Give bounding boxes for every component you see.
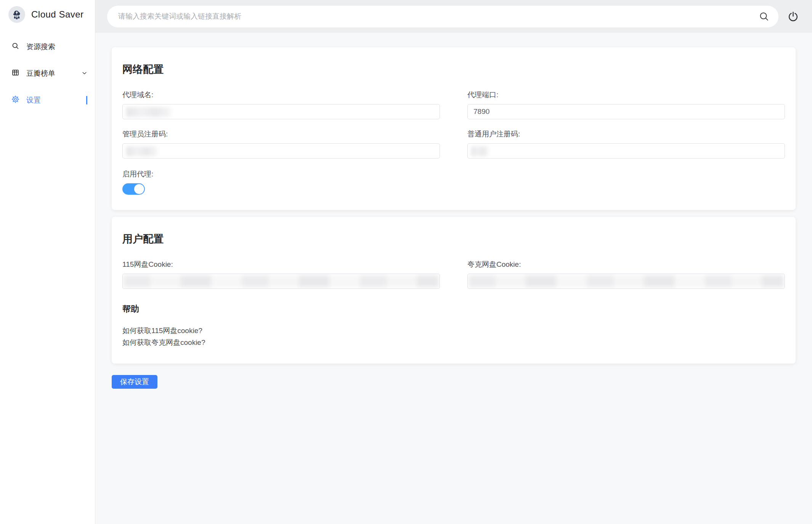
user-config-card: 用户配置 115网盘Cookie: 夸克网盘Cookie: <box>112 217 796 364</box>
proxy-port-field: 代理端口: <box>467 90 785 119</box>
user-code-input[interactable] <box>467 143 785 159</box>
enable-proxy-label: 启用代理: <box>122 169 785 179</box>
network-config-card: 网络配置 代理域名: 代理端口: 管 <box>112 47 796 210</box>
text-cursor <box>86 96 87 104</box>
admin-code-input[interactable] <box>122 143 440 159</box>
network-config-title: 网络配置 <box>122 62 785 76</box>
sidebar-item-label: 设置 <box>26 95 79 105</box>
search-submit-icon[interactable] <box>759 11 769 23</box>
power-logout-button[interactable] <box>783 6 803 26</box>
redacted-value <box>469 275 784 287</box>
cookie-quark-input[interactable] <box>467 274 785 289</box>
cloud-saver-logo-icon <box>8 6 25 23</box>
user-code-label: 普通用户注册码: <box>467 129 785 139</box>
cookie-115-label: 115网盘Cookie: <box>122 260 440 269</box>
help-title: 帮助 <box>122 303 785 315</box>
redacted-value <box>124 275 439 287</box>
search-input[interactable] <box>107 6 778 27</box>
cookie-115-input[interactable] <box>122 274 440 289</box>
top-bar <box>95 0 812 33</box>
save-settings-button[interactable]: 保存设置 <box>112 375 157 389</box>
cookie-115-field: 115网盘Cookie: <box>122 260 440 289</box>
proxy-port-input[interactable] <box>468 104 785 119</box>
redacted-value <box>126 107 171 117</box>
sidebar-item-label: 豆瓣榜单 <box>26 69 75 79</box>
toggle-knob <box>134 184 144 194</box>
redacted-value <box>126 146 157 156</box>
sidebar-item-label: 资源搜索 <box>26 42 87 52</box>
grid-icon <box>11 69 19 79</box>
app-logo-row: Cloud Saver <box>0 0 95 28</box>
app-window: Cloud Saver 资源搜索 豆瓣榜单 <box>0 0 812 524</box>
cookie-quark-label: 夸克网盘Cookie: <box>467 260 785 269</box>
sidebar-item-resource-search[interactable]: 资源搜索 <box>0 37 95 56</box>
user-config-title: 用户配置 <box>122 232 785 246</box>
app-title: Cloud Saver <box>31 9 84 20</box>
sidebar-nav: 资源搜索 豆瓣榜单 <box>0 28 95 110</box>
admin-code-field: 管理员注册码: <box>122 129 440 159</box>
help-link-115-cookie[interactable]: 如何获取115网盘cookie? <box>122 325 785 337</box>
content-column: 网络配置 代理域名: 代理端口: 管 <box>95 0 812 524</box>
gear-icon <box>11 95 19 105</box>
help-link-quark-cookie[interactable]: 如何获取夸克网盘cookie? <box>122 337 785 348</box>
enable-proxy-field: 启用代理: <box>122 169 785 195</box>
proxy-domain-input[interactable] <box>122 104 440 119</box>
search-bar <box>107 6 778 27</box>
settings-page: 网络配置 代理域名: 代理端口: 管 <box>95 33 812 524</box>
cookie-quark-field: 夸克网盘Cookie: <box>467 260 785 289</box>
sidebar-item-douban-list[interactable]: 豆瓣榜单 <box>0 64 95 83</box>
chevron-down-icon <box>82 69 87 78</box>
sidebar: Cloud Saver 资源搜索 豆瓣榜单 <box>0 0 95 524</box>
user-code-field: 普通用户注册码: <box>467 129 785 159</box>
redacted-value <box>471 146 489 156</box>
enable-proxy-toggle[interactable] <box>122 183 145 195</box>
proxy-domain-field: 代理域名: <box>122 90 440 119</box>
admin-code-label: 管理员注册码: <box>122 129 440 139</box>
proxy-domain-label: 代理域名: <box>122 90 440 100</box>
sidebar-item-settings[interactable]: 设置 <box>0 91 95 110</box>
proxy-port-label: 代理端口: <box>467 90 785 100</box>
search-icon <box>11 42 19 52</box>
